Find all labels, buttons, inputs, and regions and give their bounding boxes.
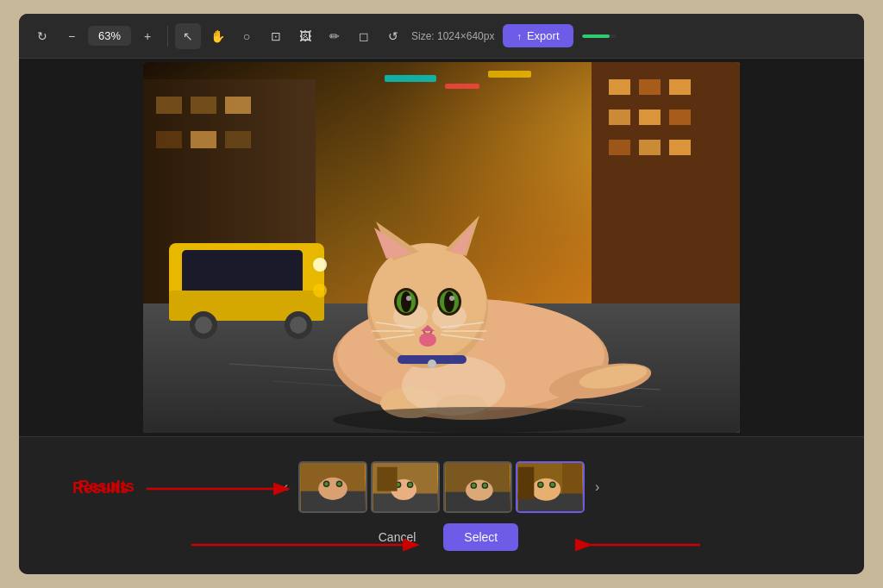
svg-point-55 [406,296,411,301]
cat-illustration [143,62,740,433]
svg-point-32 [313,258,327,272]
toolbar-right: Size: 1024×640px ↑ Export [411,24,617,47]
svg-point-73 [324,481,329,485]
svg-point-56 [449,296,454,301]
cursor-icon: ↖ [183,29,193,43]
svg-rect-82 [377,466,397,491]
redo-icon: ↻ [37,29,47,43]
svg-rect-8 [225,131,251,148]
progress-bar [582,34,617,38]
svg-rect-10 [609,79,630,95]
progress-fill [582,34,610,38]
thumbnail-4-image [517,463,583,511]
toolbar-separator-1 [167,26,168,47]
svg-rect-12 [669,79,691,95]
crop-icon: ⊡ [271,29,281,43]
svg-point-54 [444,291,454,312]
svg-point-53 [401,291,411,312]
export-label: Export [527,29,560,42]
thumbnail-4[interactable] [516,461,585,513]
svg-rect-4 [191,97,216,114]
toolbar: ↻ − 63% + ↖ ✋ ○ ⊡ 🖼 [19,14,864,59]
results-label: Results [78,478,135,496]
buttons-row: Cancel Select [365,523,519,551]
svg-point-93 [532,478,561,500]
svg-point-97 [550,482,554,486]
svg-rect-17 [639,140,661,155]
svg-rect-26 [182,250,303,297]
image-tool-button[interactable]: 🖼 [292,23,318,49]
thumbnail-1[interactable] [298,461,367,513]
svg-point-96 [538,482,542,486]
svg-point-89 [483,483,487,487]
eraser-tool-button[interactable]: ◻ [351,23,377,49]
svg-point-66 [428,360,436,368]
prev-thumbnail-button[interactable]: ‹ [277,476,295,498]
minus-icon: − [68,29,75,43]
undo-tool-button[interactable]: ↺ [380,23,406,49]
redo-button[interactable]: ↻ [29,23,55,49]
pen-tool-button[interactable]: ✏ [322,23,348,49]
pen-icon: ✏ [329,29,340,43]
thumbnail-strip: ‹ [277,461,607,513]
svg-point-33 [313,284,327,297]
svg-point-29 [195,316,212,334]
image-canvas [143,62,740,433]
shape-tool-button[interactable]: ○ [234,23,260,49]
svg-point-88 [472,483,476,487]
thumbnail-3[interactable] [443,461,512,513]
svg-point-70 [318,477,348,499]
export-button[interactable]: ↑ Export [503,24,573,47]
svg-point-67 [333,407,626,433]
svg-rect-5 [156,131,182,148]
svg-rect-14 [639,109,661,125]
size-label: Size: 1024×640px [411,30,494,42]
thumbnail-2[interactable] [371,461,440,513]
upload-icon: ↑ [517,31,522,41]
svg-rect-20 [445,84,479,89]
toolbar-left: ↻ − 63% + ↖ ✋ ○ ⊡ 🖼 [29,23,406,49]
svg-point-81 [408,482,412,486]
circle-icon: ○ [243,29,250,43]
hand-tool-button[interactable]: ✋ [204,23,230,49]
svg-rect-21 [488,71,531,78]
svg-rect-15 [669,109,691,125]
thumbnail-3-image [445,463,510,511]
app-window: ↻ − 63% + ↖ ✋ ○ ⊡ 🖼 [19,14,864,574]
svg-rect-98 [518,466,535,498]
results-row: Results ‹ [277,461,607,513]
svg-rect-19 [385,75,436,82]
zoom-out-button[interactable]: − [59,23,85,49]
select-button[interactable]: Select [443,523,518,551]
cancel-button[interactable]: Cancel [365,523,430,551]
svg-point-85 [466,479,493,500]
eraser-icon: ◻ [359,29,369,43]
plus-icon: + [144,29,151,43]
bottom-panel: Results ‹ [19,436,864,574]
svg-point-74 [337,481,341,485]
zoom-in-button[interactable]: + [135,23,160,49]
image-icon: 🖼 [299,29,311,43]
zoom-input[interactable]: 63% [88,26,131,46]
svg-rect-13 [609,109,630,125]
select-tool-button[interactable]: ↖ [175,23,201,49]
svg-rect-18 [669,140,691,155]
crop-tool-button[interactable]: ⊡ [263,23,289,49]
svg-rect-7 [225,97,251,114]
svg-point-58 [419,333,436,347]
next-thumbnail-button[interactable]: › [588,476,606,498]
svg-rect-11 [639,79,661,95]
svg-rect-6 [191,131,216,148]
canvas-area [19,59,864,436]
hand-icon: ✋ [210,29,225,43]
undo-icon: ↺ [388,29,398,43]
svg-rect-3 [156,97,182,114]
svg-rect-16 [609,140,630,155]
svg-point-31 [290,316,307,334]
thumbnail-1-image [300,463,366,511]
thumbnail-2-image [373,463,438,511]
